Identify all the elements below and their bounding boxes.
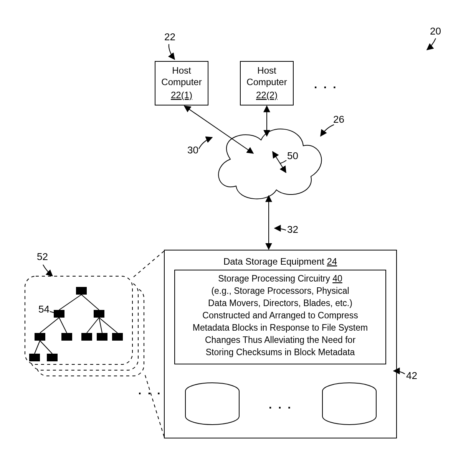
network-cloud xyxy=(218,129,321,199)
ref-20-arrow xyxy=(427,38,436,50)
ref-26-arrow xyxy=(321,125,334,136)
circuitry-line4: Constructed and Arranged to Compress xyxy=(202,310,358,320)
ref-42: 42 xyxy=(406,370,417,381)
ref-30: 30 xyxy=(187,144,198,156)
ref-50: 50 xyxy=(287,150,298,161)
storage-disk-right xyxy=(322,383,376,425)
circuitry-line3: Data Movers, Directors, Blades, etc.) xyxy=(208,298,352,308)
host2-line1: Host xyxy=(257,65,276,76)
ref-30-arrow xyxy=(199,137,212,149)
ref-32-arrow xyxy=(274,228,286,230)
host1-id: 22(1) xyxy=(171,90,192,100)
host2-line2: Computer xyxy=(246,77,287,87)
projection-line-top xyxy=(134,251,164,277)
hosts-ellipsis: . . . xyxy=(314,78,338,91)
svg-rect-20 xyxy=(112,333,123,341)
svg-rect-18 xyxy=(81,333,92,341)
circuitry-title: Storage Processing Circuitry 40 xyxy=(218,273,342,283)
svg-rect-25 xyxy=(47,354,58,361)
host1-line1: Host xyxy=(172,65,191,76)
svg-rect-10 xyxy=(54,310,64,318)
ref-52: 52 xyxy=(37,251,48,262)
svg-rect-15 xyxy=(61,333,72,341)
data-storage-equipment: Data Storage Equipment 24 Storage Proces… xyxy=(164,250,397,438)
storage-title: Data Storage Equipment 24 xyxy=(223,256,337,267)
ref-22-arrow xyxy=(169,44,175,59)
host-computer-1: Host Computer 22(1) xyxy=(155,61,208,105)
circuitry-line6: Changes Thus Alleviating the Need for xyxy=(205,335,355,345)
svg-rect-24 xyxy=(29,354,40,361)
svg-rect-19 xyxy=(97,333,107,341)
ref-20: 20 xyxy=(430,25,441,37)
ref-22: 22 xyxy=(164,31,175,43)
host2-id: 22(2) xyxy=(256,90,278,100)
svg-rect-9 xyxy=(76,287,87,295)
ref-32: 32 xyxy=(287,224,298,235)
storage-disk-left xyxy=(185,383,239,425)
circuitry-line2: (e.g., Storage Processors, Physical xyxy=(211,286,349,296)
circuitry-line5: Metadata Blocks in Response to File Syst… xyxy=(193,323,368,333)
host-computer-2: Host Computer 22(2) xyxy=(240,61,293,105)
storage-processing-circuitry: Storage Processing Circuitry 40 (e.g., S… xyxy=(175,270,386,364)
disks-ellipsis: . . . xyxy=(269,398,293,411)
circuitry-line7: Storing Checksums in Block Metadata xyxy=(206,347,355,357)
ref-54: 54 xyxy=(38,303,50,315)
svg-rect-11 xyxy=(94,310,104,318)
ref-52-arrow xyxy=(43,265,53,276)
svg-rect-14 xyxy=(35,333,45,341)
host1-line2: Computer xyxy=(161,77,202,87)
diagram-root: 20 22 Host Computer 22(1) Host Computer … xyxy=(0,0,476,458)
tree-ellipsis: . . . xyxy=(138,384,162,397)
ref-26: 26 xyxy=(333,114,344,125)
